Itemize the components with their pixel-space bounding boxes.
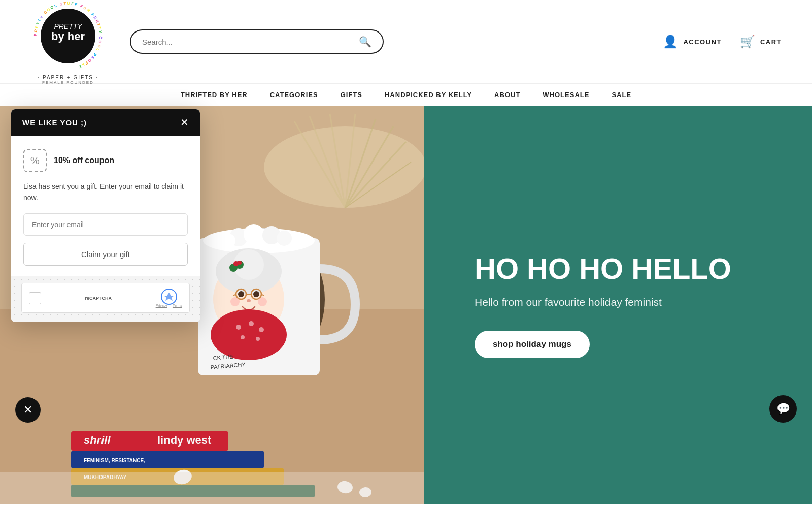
- popup-header: WE LIKE YOU ;) ✕: [11, 109, 200, 136]
- svg-point-35: [247, 299, 251, 302]
- recaptcha-checkbox[interactable]: [29, 292, 41, 304]
- logo[interactable]: PRETTY COOL STUFF FOR PRETTY COOL PEOPLE…: [30, 0, 106, 85]
- hero-right: HO HO HO HELLO Hello from our favourite …: [424, 106, 812, 504]
- bottom-close-button[interactable]: ✕: [15, 397, 41, 423]
- hero-subtitle: Hello from our favourite holiday feminis…: [475, 296, 662, 308]
- chat-icon: 💬: [776, 402, 790, 416]
- popup-close-button[interactable]: ✕: [180, 117, 189, 128]
- nav-item-sale[interactable]: SALE: [612, 91, 631, 99]
- svg-text:lindy west: lindy west: [157, 434, 212, 447]
- coupon-label: 10% off coupon: [54, 156, 114, 165]
- svg-text:by her: by her: [51, 30, 85, 43]
- email-input[interactable]: [23, 213, 188, 236]
- svg-point-33: [230, 297, 240, 306]
- svg-point-42: [249, 321, 254, 326]
- svg-text:PRETTY: PRETTY: [54, 22, 83, 30]
- svg-point-44: [241, 335, 245, 339]
- popup-title: WE LIKE YOU ;): [22, 118, 87, 127]
- person-icon: 👤: [663, 35, 678, 49]
- recaptcha-logo: Privacy - Terms: [156, 289, 182, 307]
- logo-subtitle: FEMALE FOUNDED: [42, 80, 94, 85]
- svg-point-19: [244, 224, 264, 244]
- svg-point-45: [256, 337, 260, 341]
- header: PRETTY COOL STUFF FOR PRETTY COOL PEOPLE…: [0, 0, 812, 84]
- recaptcha-terms-link[interactable]: Terms: [173, 304, 182, 307]
- svg-rect-59: [0, 472, 424, 504]
- svg-point-39: [238, 261, 242, 265]
- account-button[interactable]: 👤 ACCOUNT: [663, 35, 722, 49]
- svg-point-26: [238, 291, 244, 297]
- claim-gift-button[interactable]: Claim your gift: [23, 243, 188, 266]
- nav-item-thrifted[interactable]: THRIFTED BY HER: [181, 91, 248, 99]
- svg-point-27: [253, 291, 259, 297]
- svg-point-40: [211, 309, 287, 360]
- svg-text:FEMINISM, RESISTANCE,: FEMINISM, RESISTANCE,: [84, 458, 145, 463]
- account-label: ACCOUNT: [683, 38, 722, 46]
- navigation: THRIFTED BY HER CATEGORIES GIFTS HANDPIC…: [0, 84, 812, 106]
- svg-point-22: [221, 234, 235, 248]
- chat-button[interactable]: 💬: [769, 395, 797, 423]
- cart-icon: 🛒: [740, 35, 755, 49]
- popup-body: % 10% off coupon Lisa has sent you a gif…: [11, 136, 200, 276]
- search-icon[interactable]: 🔍: [359, 36, 371, 48]
- nav-item-wholesale[interactable]: WHOLESALE: [543, 91, 589, 99]
- svg-point-21: [277, 231, 292, 246]
- svg-text:shrill: shrill: [84, 434, 111, 447]
- nav-item-handpicked[interactable]: HANDPICKED BY KELLY: [385, 91, 472, 99]
- search-input[interactable]: [142, 38, 359, 46]
- hero-cta-button[interactable]: shop holiday mugs: [475, 331, 590, 358]
- recaptcha-privacy-link[interactable]: Privacy: [156, 304, 167, 307]
- svg-point-34: [258, 297, 267, 306]
- svg-point-41: [236, 325, 241, 330]
- nav-item-gifts[interactable]: GIFTS: [341, 91, 362, 99]
- nav-item-about[interactable]: ABOUT: [494, 91, 520, 99]
- popup: WE LIKE YOU ;) ✕ % 10% off coupon Lisa h…: [11, 109, 200, 322]
- svg-point-43: [259, 327, 264, 332]
- popup-description: Lisa has sent you a gift. Enter your ema…: [23, 181, 188, 203]
- logo-tagline: · PAPER + GIFTS ·: [38, 75, 98, 80]
- logo-ring-svg: PRETTY COOL STUFF FOR PRETTY COOL PEOPLE…: [30, 0, 106, 74]
- search-area: 🔍: [130, 29, 384, 54]
- nav-item-categories[interactable]: CATEGORIES: [270, 91, 318, 99]
- hero-title: HO HO HO HELLO: [475, 252, 731, 285]
- coupon-icon: %: [23, 149, 47, 172]
- header-actions: 👤 ACCOUNT 🛒 CART: [663, 35, 782, 49]
- cart-label: CART: [760, 38, 782, 46]
- cart-button[interactable]: 🛒 CART: [740, 35, 782, 49]
- popup-recaptcha-area: reCAPTCHA Privacy - Terms: [11, 276, 200, 322]
